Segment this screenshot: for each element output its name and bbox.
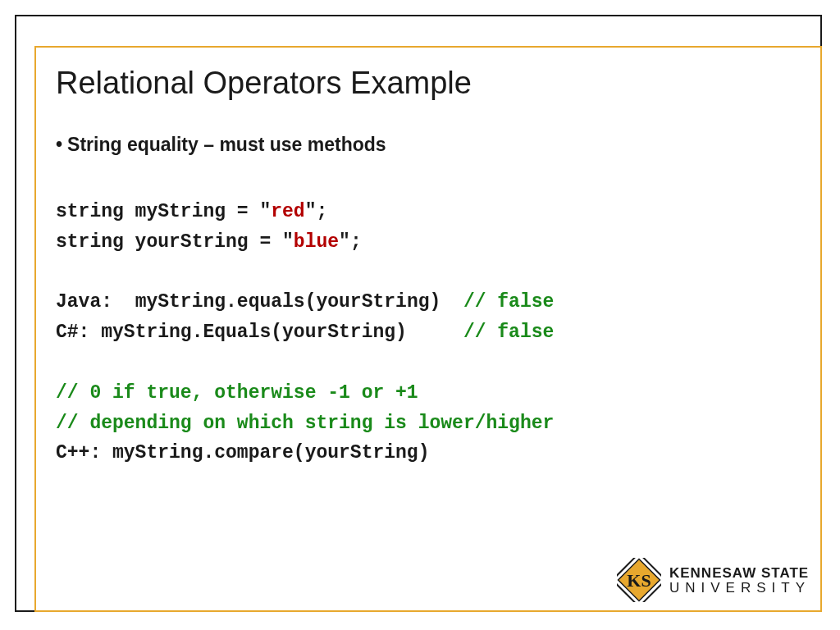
java-call: myString.equals(yourString) (135, 291, 463, 313)
slide-content: Relational Operators Example •String equ… (56, 66, 794, 468)
logo-text: KENNESAW STATE UNIVERSITY (669, 566, 810, 595)
csharp-label: C#: (56, 322, 101, 343)
cpp-call: myString.compare(yourString) (112, 442, 429, 463)
svg-text:KS: KS (627, 570, 651, 591)
ksu-logo-icon: KS (617, 558, 661, 602)
java-label: Java: (56, 291, 135, 313)
code-block: string myString = "red"; string yourStri… (56, 197, 794, 468)
bullet-dot: • (56, 134, 62, 155)
cpp-label: C++: (56, 442, 112, 463)
comment-line-2: // depending on which string is lower/hi… (56, 413, 554, 434)
csharp-call: myString.Equals(yourString) (101, 322, 463, 343)
csharp-comment: // false (463, 322, 554, 343)
bullet-line: •String equality – must use methods (56, 134, 794, 156)
logo-text-bottom: UNIVERSITY (669, 581, 810, 595)
string-literal-red: red (271, 201, 304, 222)
code-line-1c: "; (305, 201, 328, 222)
string-literal-blue: blue (294, 231, 339, 253)
code-line-1a: string myString = " (56, 201, 271, 222)
code-line-2a: string yourString = " (56, 231, 294, 253)
university-logo: KS KENNESAW STATE UNIVERSITY (617, 558, 810, 602)
code-line-2c: "; (339, 231, 362, 253)
comment-line-1: // 0 if true, otherwise -1 or +1 (56, 382, 418, 404)
bullet-text: String equality – must use methods (67, 134, 386, 155)
logo-text-top: KENNESAW STATE (669, 566, 810, 580)
slide-title: Relational Operators Example (56, 66, 794, 101)
java-comment: // false (463, 291, 554, 313)
